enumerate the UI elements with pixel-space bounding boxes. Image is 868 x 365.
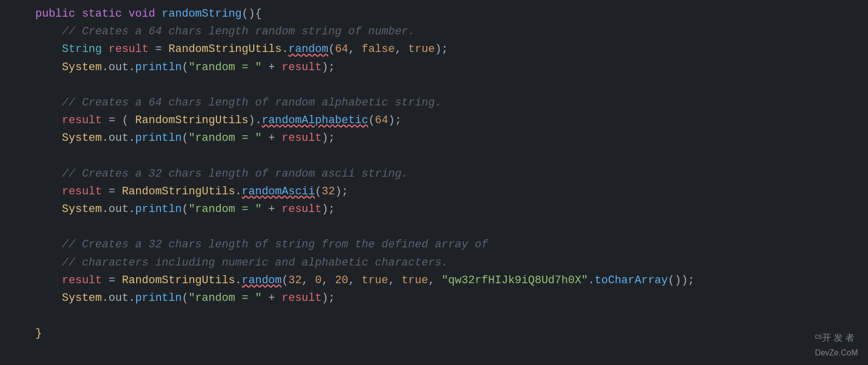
- watermark: cs开 发 者DevZe.CoM: [815, 331, 858, 360]
- line-10: // Creates a 32 chars length of random a…: [35, 165, 868, 183]
- line-2: // Creates a 64 chars length random stri…: [35, 23, 868, 40]
- line-18: [35, 307, 868, 325]
- line-1: public static void randomString(){: [35, 5, 868, 23]
- line-5: [35, 76, 868, 94]
- line-13: [35, 218, 868, 236]
- line-15: // characters including numeric and alph…: [35, 254, 868, 272]
- line-11: result = RandomStringUtils.randomAscii(3…: [35, 183, 868, 200]
- line-4: System.out.println("random = " + result)…: [35, 59, 868, 76]
- line-3: String result = RandomStringUtils.random…: [35, 40, 868, 58]
- line-12: System.out.println("random = " + result)…: [35, 200, 868, 218]
- line-16: result = RandomStringUtils.random(32, 0,…: [35, 272, 868, 289]
- watermark-domain: DevZe.CoM: [815, 348, 858, 357]
- line-19: }: [35, 325, 868, 342]
- line-8: System.out.println("random = " + result)…: [35, 129, 868, 147]
- code-editor: public static void randomString(){ // Cr…: [0, 0, 868, 365]
- line-17: System.out.println("random = " + result)…: [35, 289, 868, 307]
- line-7: result = ( RandomStringUtils).randomAlph…: [35, 112, 868, 129]
- line-6: // Creates a 64 chars length of random a…: [35, 94, 868, 112]
- watermark-cs: cs: [815, 332, 822, 340]
- line-14: // Creates a 32 chars length of string f…: [35, 236, 868, 253]
- line-9: [35, 147, 868, 165]
